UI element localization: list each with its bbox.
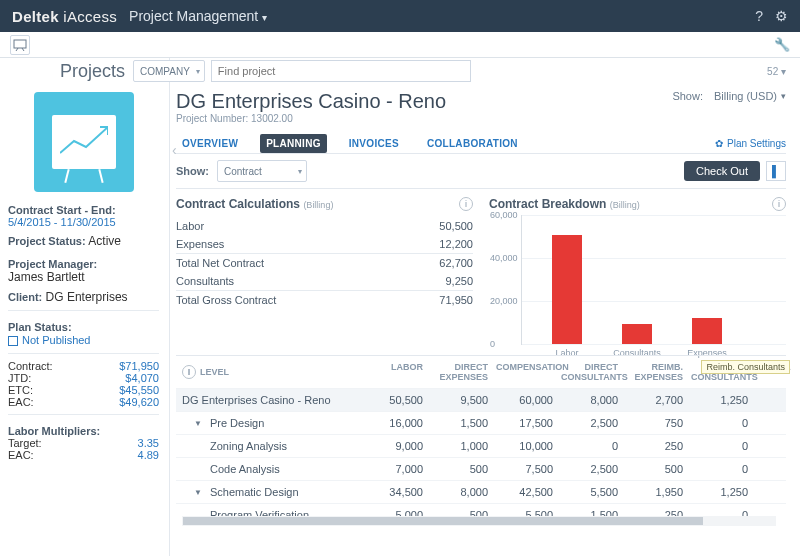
tab-overview[interactable]: OVERVIEW [176, 134, 244, 153]
calc-row: Total Gross Contract71,950 [176, 290, 473, 309]
contract-dates[interactable]: 5/4/2015 - 11/30/2015 [8, 216, 159, 228]
checkout-button[interactable]: Check Out [684, 161, 760, 181]
table: ︿ iLEVEL LABORDIRECT EXPENSESCOMPENSATIO… [176, 355, 786, 526]
fin-row: ETC:$45,550 [8, 384, 159, 396]
status-value: Active [88, 234, 121, 248]
calc-title: Contract Calculations [176, 197, 300, 211]
tooltip: Reimb. Consultants [701, 360, 790, 374]
calc-row: Consultants9,250 [176, 272, 473, 290]
status-label: Project Status: [8, 235, 86, 247]
info-icon[interactable]: i [772, 197, 786, 211]
client-label: Client: [8, 291, 42, 303]
presentation-icon[interactable] [10, 35, 30, 55]
tab-planning[interactable]: PLANNING [260, 134, 327, 153]
project-tile [34, 92, 134, 192]
project-name: DG Enterprises Casino - Reno [176, 90, 446, 113]
fin-row: EAC:$49,620 [8, 396, 159, 408]
subbar: 🔧 [0, 32, 800, 58]
plan-status-value[interactable]: Not Published [22, 334, 91, 346]
col-header[interactable]: REIMB. EXPENSES [626, 362, 691, 382]
module-dropdown[interactable]: Project Management ▾ [129, 8, 267, 24]
gear-icon: ✿ [715, 138, 723, 149]
calc-panel: Contract Calculations (Billing)i Labor50… [176, 197, 473, 345]
col-header[interactable]: DIRECT CONSULTANTS [561, 362, 626, 382]
contract-dates-label: Contract Start - End: [8, 204, 159, 216]
toolbar: Show: Contract Check Out ▌ [176, 154, 786, 189]
info-icon[interactable]: i [459, 197, 473, 211]
gear-icon[interactable]: ⚙ [775, 8, 788, 24]
pm-label: Project Manager: [8, 258, 159, 270]
wrench-icon[interactable]: 🔧 [774, 37, 790, 52]
projects-title: Projects [60, 61, 125, 82]
calc-row: Expenses12,200 [176, 235, 473, 253]
pm-value: James Bartlett [8, 270, 159, 284]
chart-bar [622, 324, 652, 344]
table-header: iLEVEL LABORDIRECT EXPENSESCOMPENSATIOND… [176, 356, 786, 388]
topbar: Deltek iAccess Project Management ▾ ? ⚙ [0, 0, 800, 32]
mult-row: Target:3.35 [8, 437, 159, 449]
breakdown-chart: 020,00040,00060,000LaborConsultantsExpen… [521, 215, 786, 345]
scrollbar-horizontal[interactable] [182, 516, 776, 526]
table-row[interactable]: Code Analysis7,0005007,5002,5005000 [176, 457, 786, 480]
svg-rect-0 [14, 40, 26, 48]
plan-settings-link[interactable]: ✿Plan Settings [715, 134, 786, 153]
table-row[interactable]: ▼Schematic Design34,5008,00042,5005,5001… [176, 480, 786, 503]
plan-status-label: Plan Status: [8, 321, 159, 333]
help-icon[interactable]: ? [755, 8, 763, 24]
sidebar: Contract Start - End:5/4/2015 - 11/30/20… [0, 58, 170, 556]
breakdown-title: Contract Breakdown [489, 197, 606, 211]
brand: Deltek iAccess [12, 8, 117, 25]
col-header[interactable]: DIRECT EXPENSES [431, 362, 496, 382]
fin-row: JTD:$4,070 [8, 372, 159, 384]
mult-label: Labor Multipliers: [8, 425, 159, 437]
mult-row: EAC:4.89 [8, 449, 159, 461]
toolbar-show-label: Show: [176, 165, 209, 177]
toolbar-extra-button[interactable]: ▌ [766, 161, 786, 181]
plan-status-checkbox[interactable] [8, 336, 18, 346]
client-value: DG Enterprises [46, 290, 128, 304]
project-number: Project Number: 13002.00 [176, 113, 446, 124]
table-row[interactable]: DG Enterprises Casino - Reno50,5009,5006… [176, 388, 786, 411]
tab-collaboration[interactable]: COLLABORATION [421, 134, 524, 153]
col-header[interactable]: LABOR [366, 362, 431, 382]
content: DG Enterprises Casino - Reno Project Num… [170, 58, 800, 556]
calc-row: Labor50,500 [176, 217, 473, 235]
table-row[interactable]: ▼Pre Design16,0001,50017,5002,5007500 [176, 411, 786, 434]
show-select[interactable]: Show: Billing (USD) ▾ [672, 90, 786, 102]
breakdown-panel: Contract Breakdown (Billing)i 020,00040,… [489, 197, 786, 345]
toolbar-show-select[interactable]: Contract [217, 160, 307, 182]
calc-row: Total Net Contract62,700 [176, 253, 473, 272]
col-header[interactable]: COMPENSATION [496, 362, 561, 382]
tab-invoices[interactable]: INVOICES [343, 134, 405, 153]
chart-bar [692, 318, 722, 344]
table-row[interactable]: Zoning Analysis9,0001,00010,00002500 [176, 434, 786, 457]
tabs: OVERVIEW PLANNING INVOICES COLLABORATION… [176, 128, 786, 154]
fin-row: Contract:$71,950 [8, 360, 159, 372]
info-icon[interactable]: i [182, 365, 196, 379]
chart-bar [552, 235, 582, 344]
